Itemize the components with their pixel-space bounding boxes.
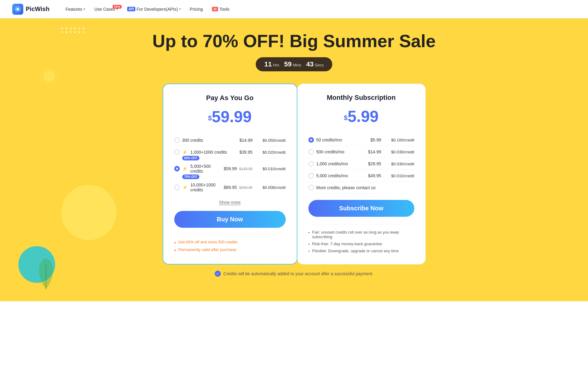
decorative-dots	[61, 28, 85, 33]
radio-sub-5[interactable]	[308, 185, 314, 190]
benefit-1: • Get 60% off and extra 500 credits	[174, 240, 286, 246]
ai-badge: AI	[212, 7, 218, 11]
sub-option-3[interactable]: 1,000 credits/mo $29.95 $0.030/credit	[308, 158, 414, 170]
bullet-icon: ●	[308, 243, 310, 246]
bullet-icon: •	[174, 240, 176, 246]
sub-benefit-1: ● Fair: unused credits roll over as long…	[308, 230, 414, 239]
lightning-icon: ⚡	[182, 150, 187, 155]
radio-sub-3[interactable]	[308, 161, 314, 167]
hero-title: Up to 70% OFF! Big Summer Sale	[0, 18, 588, 57]
payg-price-dollar: $	[208, 114, 212, 122]
payg-price-amount: 59.99	[212, 108, 252, 126]
check-circle-icon: ✓	[215, 271, 221, 277]
payg-card-price: $59.99	[174, 107, 286, 126]
timer-hours: 11 Hrs	[264, 60, 279, 68]
nav-developers[interactable]: API For Developers(APIs) ▾	[123, 5, 184, 13]
hero-section: Up to 70% OFF! Big Summer Sale 11 Hrs 59…	[0, 18, 588, 301]
pricing-cards: Pay As You Go $59.99 300 credits $14.99 …	[0, 84, 588, 265]
chevron-down-icon: ▾	[84, 7, 85, 11]
bottom-note: ✓ Credits will be automatically added to…	[0, 265, 588, 283]
payg-card: Pay As You Go $59.99 300 credits $14.99 …	[163, 84, 297, 265]
logo[interactable]: PicWish	[12, 4, 50, 15]
navbar: PicWish Features ▾ Use Cases NEW ▾ API F…	[0, 0, 588, 18]
bullet-icon: ●	[308, 231, 310, 234]
sub-benefit-2: ● Risk-free: 7-day money-back guarantee	[308, 242, 414, 246]
api-badge: API	[127, 7, 135, 11]
svg-point-1	[43, 70, 55, 83]
payg-option-4[interactable]: 70% OFF ⚡ 10,000+1000 credits $89.95 $29…	[174, 177, 286, 196]
sub-option-1[interactable]: 50 credits/mo $5.99 $0.100/credit	[308, 134, 414, 146]
show-more-link[interactable]: Show more	[174, 196, 286, 211]
new-badge: NEW	[113, 5, 122, 9]
nav-pricing[interactable]: Pricing	[186, 5, 207, 13]
nav-tools[interactable]: AI Tools	[208, 5, 233, 13]
logo-icon	[12, 4, 23, 15]
radio-sub-1[interactable]	[308, 137, 314, 143]
payg-card-title: Pay As You Go	[174, 94, 286, 102]
sub-price-amount: 5.99	[348, 107, 379, 125]
radio-payg-1[interactable]	[174, 137, 180, 143]
sub-benefit-3: ● Flexible: Downgrade, upgrade or cancel…	[308, 249, 414, 253]
sub-option-5[interactable]: More credits, please contact us	[308, 182, 414, 194]
discount-badge-60: 60% OFF	[182, 156, 200, 160]
sub-option-4[interactable]: 5,000 credits/mo $49.95 $0.010/credit	[308, 170, 414, 182]
radio-payg-4[interactable]	[174, 185, 180, 190]
subscription-benefits: ● Fair: unused credits roll over as long…	[308, 224, 414, 253]
subscription-card: Monthly Subscription $5.99 50 credits/mo…	[297, 84, 426, 265]
sub-price-dollar: $	[344, 114, 348, 122]
payg-option-1[interactable]: 300 credits $14.99 $0.050/credit	[174, 134, 286, 146]
payg-option-3[interactable]: 60% OFF ⚡ 5,000+500 credits $59.99 $149.…	[174, 158, 286, 177]
lightning-icon: ⚡	[182, 185, 187, 190]
nav-use-cases[interactable]: Use Cases NEW ▾	[91, 5, 122, 13]
benefit-2: • Permanently valid after purchase	[174, 247, 286, 253]
bullet-icon: •	[174, 247, 176, 253]
lightning-icon: ⚡	[182, 166, 187, 171]
hero-timer: 11 Hrs 59 Mins 43 Secs	[0, 57, 588, 71]
payg-card-benefits: • Get 60% off and extra 500 credits • Pe…	[174, 234, 286, 253]
discount-badge-70: 70% OFF	[182, 174, 200, 179]
timer-secs: 43 Secs	[306, 60, 324, 68]
bullet-icon: ●	[308, 250, 310, 253]
chevron-down-icon: ▾	[179, 7, 181, 11]
radio-sub-2[interactable]	[308, 149, 314, 155]
sub-option-2[interactable]: 500 credits/mo $14.99 $0.030/credit	[308, 146, 414, 158]
buy-now-button[interactable]: Buy Now	[174, 211, 286, 228]
subscription-card-price: $5.99	[308, 107, 414, 126]
timer-mins: 59 Mins	[284, 60, 301, 68]
subscription-card-title: Monthly Subscription	[308, 94, 414, 102]
logo-text: PicWish	[26, 6, 50, 13]
nav-features[interactable]: Features ▾	[62, 5, 89, 13]
subscribe-now-button[interactable]: Subscribe Now	[308, 200, 414, 217]
nav-items: Features ▾ Use Cases NEW ▾ API For Devel…	[62, 5, 576, 13]
radio-sub-4[interactable]	[308, 173, 314, 178]
radio-payg-3[interactable]	[174, 166, 180, 171]
radio-payg-2[interactable]	[174, 149, 180, 155]
timer-pill: 11 Hrs 59 Mins 43 Secs	[256, 57, 332, 71]
